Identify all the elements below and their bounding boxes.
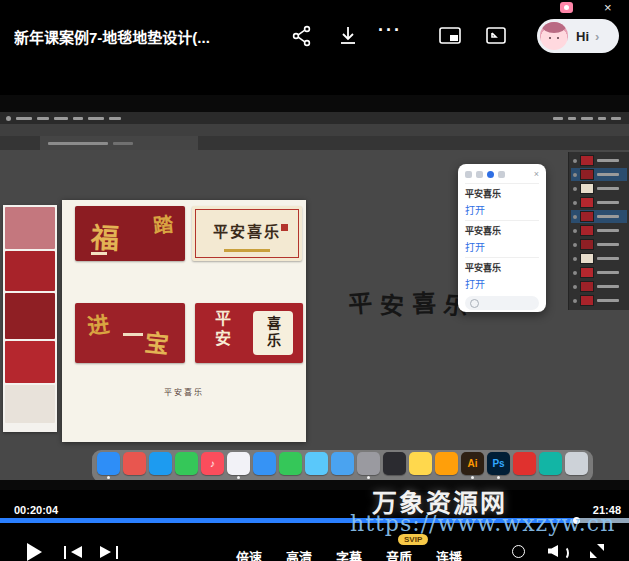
close-icon[interactable]: × — [604, 0, 612, 15]
popup-tool-icon[interactable] — [498, 171, 505, 178]
previous-button[interactable] — [64, 546, 82, 559]
layer-row[interactable] — [571, 182, 627, 195]
fullscreen-button[interactable] — [590, 544, 604, 558]
design-card-4: 平安 喜乐 — [195, 303, 303, 363]
layer-row[interactable] — [571, 252, 627, 265]
control-item-2[interactable]: 高清 — [286, 547, 312, 561]
share-button[interactable] — [290, 24, 314, 48]
layer-row[interactable] — [571, 210, 627, 223]
avatar-pill[interactable]: Hi › — [537, 19, 619, 53]
popup-preview-text: 平安喜乐 — [465, 224, 539, 237]
layer-visibility-icon[interactable] — [573, 285, 577, 289]
popup-header: × — [465, 168, 539, 180]
popup-row: 平安喜乐打开 — [465, 220, 539, 254]
layer-row[interactable] — [571, 224, 627, 237]
layer-row[interactable] — [571, 196, 627, 209]
dock-icon-facetime[interactable] — [279, 452, 302, 478]
reference-thumbnail[interactable] — [5, 251, 55, 291]
control-item-1[interactable]: 倍速 — [236, 547, 262, 561]
layer-visibility-icon[interactable] — [573, 257, 577, 261]
layer-visibility-icon[interactable] — [573, 159, 577, 163]
dock-icon-pages[interactable] — [435, 452, 458, 478]
layer-thumbnail — [580, 239, 594, 250]
volume-button[interactable] — [548, 544, 566, 558]
dock-icon-notes[interactable] — [409, 452, 432, 478]
record-button[interactable] — [512, 545, 525, 558]
app-icon — [383, 452, 406, 475]
app-icon — [513, 452, 536, 475]
layer-row[interactable] — [571, 238, 627, 251]
reference-thumbnail[interactable] — [5, 207, 55, 249]
layer-row[interactable] — [571, 154, 627, 167]
app-icon — [331, 452, 354, 475]
layer-name — [597, 257, 619, 260]
popup-tool-icon[interactable] — [476, 171, 483, 178]
layer-visibility-icon[interactable] — [573, 215, 577, 219]
layer-visibility-icon[interactable] — [573, 271, 577, 275]
dock-icon-launchpad[interactable] — [123, 452, 146, 478]
popup-search-input[interactable] — [465, 296, 539, 310]
pip-button[interactable] — [438, 24, 462, 48]
dock-icon-photoshop[interactable]: Ps — [487, 452, 510, 478]
layer-name — [597, 201, 619, 204]
popup-tool-icon[interactable] — [487, 171, 494, 178]
control-item-4[interactable]: 音质 — [386, 547, 412, 561]
layer-visibility-icon[interactable] — [573, 187, 577, 191]
dock-icon-weather[interactable] — [331, 452, 354, 478]
card-char: 宝 — [143, 323, 171, 360]
layer-name — [597, 271, 619, 274]
popup-open-link[interactable]: 打开 — [465, 239, 539, 254]
current-time: 00:20:04 — [14, 504, 58, 516]
dock-icon-teal-app[interactable] — [539, 452, 562, 478]
next-button[interactable] — [100, 546, 118, 559]
layer-row[interactable] — [571, 266, 627, 279]
play-button[interactable] — [27, 543, 42, 561]
layer-row[interactable] — [571, 168, 627, 181]
dock-icon-adobe-red[interactable] — [513, 452, 536, 478]
dock-icon-safari[interactable] — [149, 452, 172, 478]
miniplayer-button[interactable] — [484, 24, 508, 48]
layer-row[interactable] — [571, 280, 627, 293]
layer-thumbnail — [580, 225, 594, 236]
dock-icon-messages[interactable] — [175, 452, 198, 478]
dock-icon-maps[interactable] — [305, 452, 328, 478]
layer-visibility-icon[interactable] — [573, 201, 577, 205]
popup-close-icon[interactable]: × — [534, 170, 539, 179]
reference-thumbnail[interactable] — [5, 385, 55, 423]
popup-tool-icon[interactable] — [465, 171, 472, 178]
layer-visibility-icon[interactable] — [573, 243, 577, 247]
dock-icon-music[interactable]: ♪ — [201, 452, 224, 478]
pink-extension-icon[interactable] — [560, 2, 573, 13]
control-item-5[interactable]: 连播 — [436, 547, 462, 561]
dock-icon-illustrator[interactable]: Ai — [461, 452, 484, 478]
more-button[interactable]: ··· — [378, 20, 402, 41]
popup-open-link[interactable]: 打开 — [465, 202, 539, 217]
chevron-right-icon: › — [595, 29, 599, 44]
download-button[interactable] — [336, 24, 360, 48]
dock-icon-settings[interactable] — [357, 452, 380, 478]
layer-visibility-icon[interactable] — [573, 173, 577, 177]
layer-row[interactable] — [571, 294, 627, 307]
layers-panel — [568, 152, 629, 310]
prev-icon — [64, 546, 66, 559]
popup-open-link[interactable]: 打开 — [465, 276, 539, 291]
prev-icon — [71, 546, 82, 558]
design-card-1: 踏 福 — [75, 206, 185, 261]
layer-visibility-icon[interactable] — [573, 229, 577, 233]
layer-name — [597, 229, 619, 232]
seal-stamp — [281, 224, 288, 231]
search-icon — [470, 299, 479, 308]
dock-icon-finder[interactable] — [97, 452, 120, 478]
dock-icon-terminal[interactable] — [383, 452, 406, 478]
app-icon: Ps — [487, 452, 510, 475]
dock-icon-mail[interactable] — [253, 452, 276, 478]
dock-icon-trash[interactable] — [565, 452, 588, 478]
video-screen[interactable]: 踏 福 平安喜乐 进 宝 平安 喜乐 — [0, 95, 629, 490]
popup-preview-text: 平安喜乐 — [465, 261, 539, 274]
app-icon — [97, 452, 120, 475]
layer-visibility-icon[interactable] — [573, 299, 577, 303]
reference-thumbnail[interactable] — [5, 341, 55, 383]
dock-icon-photos[interactable] — [227, 452, 250, 478]
reference-thumbnail[interactable] — [5, 293, 55, 339]
control-item-3[interactable]: 字幕 — [336, 547, 362, 561]
